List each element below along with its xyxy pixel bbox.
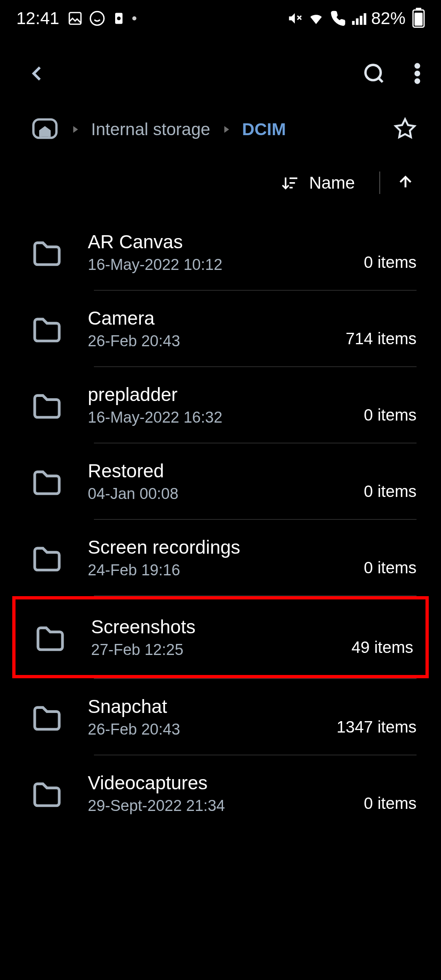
mute-icon (287, 11, 303, 26)
folder-icon (31, 543, 63, 572)
arrow-up-icon (396, 173, 414, 191)
folder-info: Screenshots 27-Feb 12:25 (91, 616, 352, 659)
folder-row[interactable]: Camera 26-Feb 20:43 714 items (0, 291, 441, 366)
sort-button[interactable]: Name (280, 173, 363, 193)
storage-icon (111, 11, 126, 26)
search-icon (363, 62, 385, 85)
svg-line-11 (379, 78, 383, 82)
folder-row[interactable]: Snapchat 26-Feb 20:43 1347 items (0, 679, 441, 755)
more-button[interactable] (414, 62, 421, 87)
folder-date: 16-May-2022 16:32 (88, 409, 364, 426)
clock: 12:41 (16, 9, 59, 28)
folder-count: 0 items (364, 406, 416, 424)
folder-row[interactable]: Screenshots 27-Feb 12:25 49 items (12, 596, 429, 678)
folder-info: prepladder 16-May-2022 16:32 (88, 383, 364, 426)
folder-icon (31, 391, 63, 419)
folder-info: Screen recordings 24-Feb 19:16 (88, 536, 364, 579)
svg-point-10 (365, 65, 381, 80)
folder-name: Camera (88, 307, 346, 329)
app-header (0, 37, 441, 108)
folder-info: Camera 26-Feb 20:43 (88, 307, 346, 350)
folder-name: prepladder (88, 383, 364, 405)
folder-date: 24-Feb 19:16 (88, 561, 364, 579)
svg-point-13 (414, 71, 420, 76)
folder-row[interactable]: Restored 04-Jan 00:08 0 items (0, 443, 441, 519)
folder-date: 26-Feb 20:43 (88, 721, 336, 738)
svg-point-3 (117, 17, 121, 20)
breadcrumb: Internal storage DCIM (0, 108, 441, 159)
chevron-right-icon (220, 124, 232, 135)
home-icon (31, 116, 59, 141)
folder-row[interactable]: Videocaptures 29-Sept-2022 21:34 0 items (0, 755, 441, 831)
svg-rect-7 (356, 18, 359, 25)
folder-count: 714 items (346, 330, 416, 348)
header-actions (363, 62, 421, 87)
svg-point-12 (414, 63, 420, 69)
folder-icon (31, 779, 63, 808)
folder-name: Restored (88, 460, 364, 482)
folder-count: 0 items (364, 253, 416, 272)
signal-icon (351, 11, 366, 26)
svg-marker-17 (224, 126, 229, 133)
folder-name: Screen recordings (88, 536, 364, 558)
status-notification-icons (67, 10, 136, 27)
whatsapp-icon (89, 10, 105, 27)
folder-date: 29-Sept-2022 21:34 (88, 797, 364, 815)
folder-count: 0 items (364, 482, 416, 501)
folder-info: Snapchat 26-Feb 20:43 (88, 695, 336, 738)
chevron-right-icon (69, 124, 81, 135)
folder-date: 04-Jan 00:08 (88, 485, 364, 503)
folder-info: Videocaptures 29-Sept-2022 21:34 (88, 772, 364, 815)
divider (379, 172, 380, 194)
status-right: 82% (287, 9, 425, 28)
star-icon (394, 117, 416, 140)
folder-icon (31, 314, 63, 343)
folder-count: 0 items (364, 559, 416, 577)
folder-icon (34, 623, 67, 652)
folder-name: Videocaptures (88, 772, 364, 794)
folder-date: 26-Feb 20:43 (88, 332, 346, 350)
chevron-left-icon (24, 61, 49, 86)
svg-rect-9 (364, 13, 366, 25)
folder-icon (31, 467, 63, 496)
battery-icon (412, 9, 425, 28)
sort-icon (280, 174, 299, 192)
status-left: 12:41 (16, 9, 136, 28)
svg-rect-6 (352, 21, 354, 24)
folder-info: AR Canvas 16-May-2022 10:12 (88, 231, 364, 274)
svg-point-1 (90, 11, 104, 25)
folder-icon (31, 703, 63, 731)
folder-info: Restored 04-Jan 00:08 (88, 460, 364, 503)
svg-marker-18 (396, 119, 415, 137)
battery-percent: 82% (371, 9, 405, 28)
favorite-button[interactable] (394, 117, 416, 142)
folder-icon (31, 238, 63, 267)
folder-row[interactable]: Screen recordings 24-Feb 19:16 0 items (0, 520, 441, 595)
breadcrumb-home[interactable] (31, 116, 59, 143)
folder-row[interactable]: prepladder 16-May-2022 16:32 0 items (0, 367, 441, 443)
sort-label: Name (309, 173, 355, 193)
sort-bar: Name (0, 159, 441, 206)
folder-name: AR Canvas (88, 231, 364, 253)
folder-name: Screenshots (91, 616, 352, 638)
sort-direction-button[interactable] (396, 173, 414, 193)
more-vertical-icon (414, 62, 421, 85)
back-button[interactable] (24, 61, 49, 87)
picture-icon (67, 11, 83, 26)
breadcrumb-parent[interactable]: Internal storage (91, 120, 210, 139)
folder-row[interactable]: AR Canvas 16-May-2022 10:12 0 items (0, 214, 441, 290)
svg-rect-0 (69, 13, 81, 24)
folder-name: Snapchat (88, 695, 336, 717)
notification-dot-icon (132, 16, 136, 20)
wifi-call-icon (330, 10, 346, 27)
folder-date: 16-May-2022 10:12 (88, 256, 364, 274)
svg-point-14 (414, 78, 420, 84)
wifi-icon (307, 10, 325, 27)
folder-count: 49 items (352, 638, 413, 657)
search-button[interactable] (363, 62, 385, 87)
svg-rect-8 (360, 16, 362, 25)
breadcrumb-current[interactable]: DCIM (242, 120, 286, 139)
folder-count: 1347 items (336, 718, 416, 736)
folder-date: 27-Feb 12:25 (91, 641, 352, 659)
status-bar: 12:41 82% (0, 0, 441, 37)
